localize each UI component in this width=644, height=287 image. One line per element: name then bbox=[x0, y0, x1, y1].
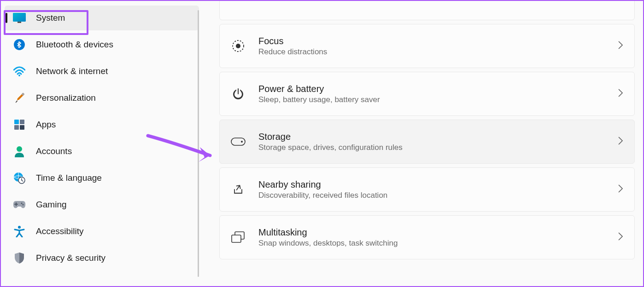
sidebar-item-system[interactable]: System bbox=[5, 6, 199, 30]
svg-rect-7 bbox=[20, 120, 24, 124]
multitask-icon bbox=[231, 230, 246, 245]
gamepad-icon bbox=[13, 198, 26, 211]
settings-card-list: Notifications Alerts from apps and syste… bbox=[219, 1, 635, 259]
bluetooth-icon bbox=[13, 38, 26, 51]
card-text: Focus Reduce distractions bbox=[258, 36, 605, 57]
card-storage[interactable]: Storage Storage space, drives, configura… bbox=[219, 120, 635, 164]
card-subtitle: Discoverability, received files location bbox=[258, 191, 605, 200]
svg-point-15 bbox=[18, 226, 21, 229]
svg-rect-6 bbox=[14, 120, 19, 124]
chevron-right-icon bbox=[618, 232, 623, 243]
drive-icon bbox=[231, 134, 246, 149]
card-power[interactable]: Power & battery Sleep, battery usage, ba… bbox=[219, 72, 635, 116]
svg-rect-20 bbox=[231, 138, 245, 145]
sidebar-item-label: Accounts bbox=[36, 146, 72, 156]
sidebar-item-gaming[interactable]: Gaming bbox=[5, 192, 199, 217]
svg-point-14 bbox=[23, 204, 24, 206]
card-title: Focus bbox=[258, 36, 605, 46]
card-text: Multitasking Snap windows, desktops, tas… bbox=[258, 227, 605, 248]
sidebar-item-label: Time & language bbox=[36, 173, 102, 183]
wifi-icon bbox=[13, 65, 26, 78]
sidebar-item-label: Network & internet bbox=[36, 66, 108, 76]
sidebar-item-label: Accessibility bbox=[36, 226, 83, 236]
card-subtitle: Reduce distractions bbox=[258, 47, 605, 57]
card-text: Power & battery Sleep, battery usage, ba… bbox=[258, 84, 605, 104]
power-icon bbox=[231, 86, 246, 101]
svg-point-4 bbox=[18, 75, 20, 76]
card-subtitle: Alerts from apps and system, do not dist… bbox=[258, 1, 605, 2]
card-subtitle: Storage space, drives, configuration rul… bbox=[258, 143, 605, 152]
sidebar-item-accounts[interactable]: Accounts bbox=[5, 139, 199, 164]
card-focus[interactable]: Focus Reduce distractions bbox=[219, 24, 635, 68]
card-text: Storage Storage space, drives, configura… bbox=[258, 132, 605, 152]
chevron-right-icon bbox=[618, 40, 623, 52]
sidebar-list: System Bluetooth & devices Network & int… bbox=[5, 6, 199, 270]
sidebar-item-label: Gaming bbox=[36, 200, 67, 210]
card-notifications[interactable]: Notifications Alerts from apps and syste… bbox=[219, 1, 635, 20]
sidebar-item-time[interactable]: Time & language bbox=[5, 166, 199, 190]
card-nearby[interactable]: Nearby sharing Discoverability, received… bbox=[219, 167, 635, 212]
svg-point-17 bbox=[236, 44, 240, 48]
paintbrush-icon bbox=[13, 92, 26, 104]
sidebar-item-network[interactable]: Network & internet bbox=[5, 59, 199, 84]
apps-icon bbox=[13, 118, 26, 131]
svg-rect-23 bbox=[232, 235, 241, 242]
card-title: Power & battery bbox=[258, 84, 605, 94]
svg-point-10 bbox=[17, 146, 22, 152]
globe-clock-icon bbox=[13, 172, 26, 184]
sidebar-item-personalization[interactable]: Personalization bbox=[5, 86, 199, 110]
svg-rect-2 bbox=[18, 22, 21, 23]
card-subtitle: Snap windows, desktops, task switching bbox=[258, 239, 605, 248]
sidebar-item-label: Apps bbox=[36, 120, 56, 130]
card-title: Storage bbox=[258, 132, 605, 142]
svg-point-13 bbox=[21, 203, 23, 204]
focus-icon bbox=[231, 39, 246, 53]
settings-window: System Bluetooth & devices Network & int… bbox=[1, 1, 643, 286]
sidebar-item-label: Personalization bbox=[36, 93, 96, 103]
svg-rect-8 bbox=[14, 125, 19, 130]
main-content: Notifications Alerts from apps and syste… bbox=[199, 1, 643, 286]
sidebar-item-bluetooth[interactable]: Bluetooth & devices bbox=[5, 32, 199, 57]
svg-point-21 bbox=[241, 141, 243, 143]
sidebar: System Bluetooth & devices Network & int… bbox=[1, 1, 199, 286]
card-text: Notifications Alerts from apps and syste… bbox=[258, 1, 605, 2]
person-icon bbox=[13, 145, 26, 158]
display-icon bbox=[13, 11, 26, 24]
sidebar-item-label: Privacy & security bbox=[36, 253, 105, 263]
sidebar-item-privacy[interactable]: Privacy & security bbox=[5, 246, 199, 270]
svg-rect-9 bbox=[20, 125, 24, 130]
accessibility-icon bbox=[13, 225, 26, 238]
svg-rect-1 bbox=[13, 13, 26, 22]
chevron-right-icon bbox=[618, 88, 623, 99]
card-text: Nearby sharing Discoverability, received… bbox=[258, 179, 605, 200]
card-title: Multitasking bbox=[258, 227, 605, 238]
card-multitasking[interactable]: Multitasking Snap windows, desktops, tas… bbox=[219, 215, 635, 259]
chevron-right-icon bbox=[618, 136, 623, 147]
sidebar-item-apps[interactable]: Apps bbox=[5, 112, 199, 137]
shield-icon bbox=[13, 252, 26, 264]
share-icon bbox=[231, 182, 246, 197]
card-title: Nearby sharing bbox=[258, 179, 605, 190]
sidebar-item-accessibility[interactable]: Accessibility bbox=[5, 219, 199, 244]
sidebar-item-label: System bbox=[36, 13, 65, 23]
card-subtitle: Sleep, battery usage, battery saver bbox=[258, 95, 605, 104]
chevron-right-icon bbox=[618, 184, 623, 195]
sidebar-item-label: Bluetooth & devices bbox=[36, 40, 113, 50]
